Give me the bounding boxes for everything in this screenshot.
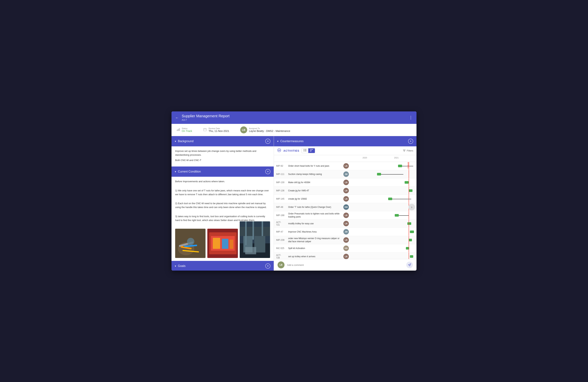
gantt-bar-area: [351, 220, 417, 227]
gantt-row[interactable]: IMP-48 Order 'T' nuts for lathe (Quick C…: [274, 203, 417, 211]
gantt-row[interactable]: IMP-145 create jig for 15682 LB: [274, 195, 417, 203]
assigned-item: LB Assigned To Layne Beatty - DMS2 - Mai…: [240, 126, 290, 133]
background-text1: Improve set up times between job change …: [175, 149, 270, 157]
current-condition-add-button[interactable]: +: [265, 169, 271, 174]
next-button[interactable]: ›: [408, 204, 415, 210]
list-view-button[interactable]: [302, 148, 308, 153]
svg-rect-41: [311, 149, 313, 150]
gantt-bar: [410, 255, 413, 258]
gantt-avatar: JM: [343, 229, 349, 235]
status-block: Status On Track: [182, 127, 192, 133]
background-add-button[interactable]: +: [265, 139, 271, 144]
gantt-timeline-header: 2020 2021: [351, 155, 417, 162]
meta-bar: Status On Track Review Date Thu, 11-Nov-…: [171, 124, 417, 136]
user-avatar: LB: [277, 261, 285, 268]
gantt-bar-area: [351, 195, 417, 203]
svg-rect-39: [305, 151, 306, 151]
gantt-id: IMP-47: [274, 229, 287, 235]
gantt-bar: [409, 239, 412, 241]
background-content: Improve set up times between job change …: [171, 146, 274, 166]
gantt-row[interactable]: IMP-47 Improve CNC Machines Area JM: [274, 228, 417, 236]
gantt-bar: [398, 165, 402, 167]
gantt-avatar: LB: [343, 213, 349, 218]
gantt-id: IMP-92: [274, 163, 287, 169]
gantt-view-button[interactable]: [308, 148, 315, 153]
review-label: Review Date: [209, 127, 229, 130]
goals-section-header[interactable]: ▾ Goals +: [171, 261, 274, 270]
gantt-avatar: LB: [343, 188, 349, 193]
gantt-row[interactable]: ACT-721 modify trolley for easy use LB: [274, 220, 417, 228]
gantt-desc: modify trolley for easy use: [287, 221, 341, 226]
filters-button[interactable]: Filters: [403, 149, 413, 152]
gantt-bar: [388, 198, 392, 200]
current-condition-content: Before Improvements and actions where ta…: [171, 177, 274, 226]
gantt-id: IMP-130: [274, 180, 287, 185]
background-title: Background: [178, 140, 193, 143]
gantt-row[interactable]: IMP-239 order new Mitutoyo vernier O rin…: [274, 236, 417, 244]
app-window: ← Supplier Management Report A3-7 ⋮ Stat…: [171, 112, 417, 270]
gantt-avatar: JM: [343, 171, 349, 177]
gantt-bar: [407, 222, 411, 225]
gantt-row[interactable]: IMP-92 Order short head bolts for 't' nu…: [274, 162, 417, 170]
activities-toolbar: ACTIVITIES: [274, 146, 417, 155]
svg-rect-34: [303, 149, 305, 150]
gantt-id: IMP-136: [274, 188, 287, 193]
svg-rect-28: [262, 221, 263, 236]
current-condition-text4: 3) takes way to long to find tools, tool…: [175, 215, 270, 222]
countermeasures-header: ▾ Countermeasures +: [274, 136, 417, 146]
gantt-row[interactable]: IMP-136 Create jig for VM5-4T LB: [274, 187, 417, 195]
assigned-value: Layne Beatty - DMS2 - Maintenance: [249, 130, 290, 133]
goals-title: Goals: [178, 264, 186, 268]
gantt-id: IMP-239: [274, 237, 287, 243]
review-value: Thu, 11-Nov-2021: [209, 130, 229, 133]
goals-add-button[interactable]: +: [265, 264, 271, 269]
svg-rect-2: [178, 129, 179, 131]
svg-rect-37: [305, 149, 306, 150]
gantt-bar-area: [351, 170, 417, 178]
send-button[interactable]: [406, 262, 413, 268]
gantt-row[interactable]: IMP-130 Make drill jig for 49384 LB: [274, 178, 417, 187]
back-button[interactable]: ←: [175, 116, 179, 120]
calendar-icon: [203, 128, 207, 132]
countermeasures-chevron-icon: ▾: [277, 140, 278, 143]
svg-rect-20: [230, 240, 233, 249]
countermeasures-title: Countermeasures: [280, 140, 303, 143]
view-toggle: [301, 148, 315, 153]
activities-icon: [277, 148, 281, 153]
gantt-bar-area: [351, 203, 417, 211]
filters-label: Filters: [407, 149, 413, 152]
more-button[interactable]: ⋮: [409, 115, 413, 120]
comment-input[interactable]: [287, 264, 404, 266]
countermeasures-add-button[interactable]: +: [408, 139, 413, 144]
gantt-row[interactable]: IMP-188 Order Pneumatic tools to tighten…: [274, 211, 417, 220]
gantt-row[interactable]: ACT-728 set up trolley when it arrives L…: [274, 252, 417, 259]
gantt-desc: create jig for 15682: [287, 197, 341, 201]
svg-rect-27: [252, 221, 254, 240]
current-condition-section-header[interactable]: ▾ Current Condition +: [171, 166, 274, 177]
background-section-header[interactable]: ▾ Background +: [171, 136, 274, 146]
gantt-avatar: LB: [343, 163, 349, 169]
gantt-row[interactable]: IMP-111 Suction clamp keeps hitting casi…: [274, 170, 417, 178]
main-content: ▾ Background + Improve set up times betw…: [171, 136, 417, 270]
gantt-rows: IMP-92 Order short head bolts for 't' nu…: [274, 162, 417, 259]
gantt-bar-area: TODAY: [351, 162, 417, 170]
right-panel: ▾ Countermeasures + ACTIVITIES: [274, 136, 417, 270]
svg-rect-4: [204, 128, 207, 131]
svg-rect-43: [310, 151, 311, 152]
svg-rect-38: [305, 150, 306, 150]
svg-rect-40: [310, 149, 311, 150]
current-condition-text1: Before Improvements and actions where ta…: [175, 180, 270, 183]
svg-rect-19: [222, 239, 228, 249]
avatar: LB: [240, 126, 247, 133]
gantt-container[interactable]: 2020 2021 IMP-92 Order short head bolts …: [274, 155, 417, 259]
gantt-id: IMP-145: [274, 196, 287, 202]
gantt-desc: set up trolley when it arrives: [287, 254, 341, 259]
assigned-block: Assigned To Layne Beatty - DMS2 - Mainte…: [249, 127, 290, 133]
gantt-bar-area: [351, 228, 417, 236]
year-2020-label: 2020: [363, 157, 367, 159]
current-condition-title: Current Condition: [178, 170, 201, 173]
gantt-row[interactable]: INC-525 Spill kit Activation KB: [274, 244, 417, 252]
app-header: ← Supplier Management Report A3-7 ⋮: [171, 112, 417, 124]
gantt-avatar: LB: [343, 196, 349, 202]
background-text2: Both CNC-M and CNC-T: [175, 158, 270, 162]
